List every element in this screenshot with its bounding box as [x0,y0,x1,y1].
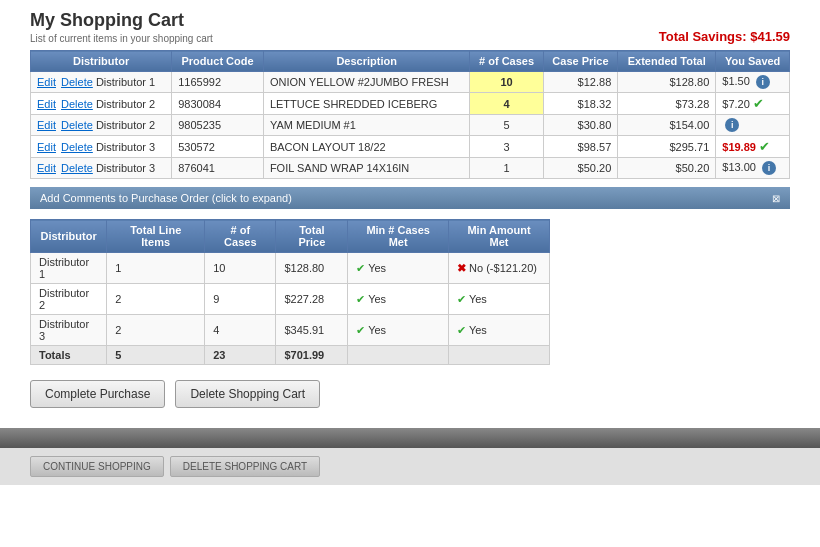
edit-link[interactable]: Edit [37,76,56,88]
summary-row: Distributor 229$227.28✔ Yes✔ Yes [31,284,550,315]
col-header-description: Description [263,51,470,72]
sum-min-cases-met: ✔ Yes [348,253,449,284]
info-icon[interactable]: i [756,75,770,89]
cart-row: Edit Delete Distributor 3876041FOIL SAND… [31,158,790,179]
extended-total: $50.20 [618,158,716,179]
sum-min-cases-met: ✔ Yes [348,315,449,346]
col-header-extended-total: Extended Total [618,51,716,72]
sum-cases: 10 [205,253,276,284]
num-cases: 4 [470,93,543,115]
delete-link[interactable]: Delete [61,119,93,131]
page-header: My Shopping Cart List of current items i… [30,10,790,44]
case-price: $30.80 [543,115,618,136]
you-saved: i [716,115,790,136]
product-code: 9805235 [172,115,264,136]
check-icon: ✔ [753,96,764,111]
product-code: 1165992 [172,72,264,93]
sum-col-cases: # of Cases [205,220,276,253]
info-icon[interactable]: i [762,161,776,175]
case-price: $12.88 [543,72,618,93]
delete-link[interactable]: Delete [61,141,93,153]
product-code: 530572 [172,136,264,158]
edit-link[interactable]: Edit [37,162,56,174]
description: YAM MEDIUM #1 [263,115,470,136]
sum-col-min-amount: Min Amount Met [449,220,550,253]
check-icon: ✔ [759,139,770,154]
check-icon: ✔ [356,262,365,274]
expand-icon: ⊠ [772,193,780,204]
x-icon: ✖ [457,262,466,274]
bottom-buttons: CONTINUE SHOPPING DELETE SHOPPING CART [0,448,820,485]
sum-min-amount-met: ✔ Yes [449,315,550,346]
distributor-name: Distributor 3 [96,162,155,174]
totals-cell: Totals [31,346,107,365]
description: ONION YELLOW #2JUMBO FRESH [263,72,470,93]
extended-total: $295.71 [618,136,716,158]
savings-amount: 41.59 [757,29,790,44]
sum-total-price: $128.80 [276,253,348,284]
bottom-bar [0,428,820,448]
action-buttons: Complete Purchase Delete Shopping Cart [30,380,790,408]
delete-link[interactable]: Delete [61,162,93,174]
sum-line-items: 2 [107,315,205,346]
you-saved: $19.89 ✔ [716,136,790,158]
col-header-cases: # of Cases [470,51,543,72]
delete-cart-button[interactable]: Delete Shopping Cart [175,380,320,408]
check-icon: ✔ [356,324,365,336]
case-price: $50.20 [543,158,618,179]
you-saved: $1.50 i [716,72,790,93]
sum-min-cases-met: ✔ Yes [348,284,449,315]
sum-col-line-items: Total Line Items [107,220,205,253]
comments-label: Add Comments to Purchase Order (click to… [40,192,292,204]
sum-distributor: Distributor 3 [31,315,107,346]
info-icon[interactable]: i [725,118,739,132]
comments-bar[interactable]: Add Comments to Purchase Order (click to… [30,187,790,209]
sum-distributor: Distributor 2 [31,284,107,315]
sum-total-price: $227.28 [276,284,348,315]
sum-cases: 9 [205,284,276,315]
sum-line-items: 2 [107,284,205,315]
sum-distributor: Distributor 1 [31,253,107,284]
sum-cases: 4 [205,315,276,346]
check-icon: ✔ [457,324,466,336]
totals-cell [449,346,550,365]
num-cases: 10 [470,72,543,93]
cart-row: Edit Delete Distributor 11165992ONION YE… [31,72,790,93]
extended-total: $154.00 [618,115,716,136]
summary-row: Distributor 324$345.91✔ Yes✔ Yes [31,315,550,346]
description: FOIL SAND WRAP 14X16IN [263,158,470,179]
edit-link[interactable]: Edit [37,98,56,110]
sum-line-items: 1 [107,253,205,284]
continue-shopping-button[interactable]: CONTINUE SHOPPING [30,456,164,477]
cart-row: Edit Delete Distributor 29830084LETTUCE … [31,93,790,115]
col-header-you-saved: You Saved [716,51,790,72]
num-cases: 3 [470,136,543,158]
totals-cell [348,346,449,365]
sum-total-price: $345.91 [276,315,348,346]
summary-totals-row: Totals523$701.99 [31,346,550,365]
sum-col-total-price: Total Price [276,220,348,253]
delete-link[interactable]: Delete [61,98,93,110]
num-cases: 1 [470,158,543,179]
sum-min-amount-met: ✔ Yes [449,284,550,315]
complete-purchase-button[interactable]: Complete Purchase [30,380,165,408]
edit-link[interactable]: Edit [37,119,56,131]
distributor-name: Distributor 2 [96,98,155,110]
delete-link[interactable]: Delete [61,76,93,88]
summary-row: Distributor 1110$128.80✔ Yes✖ No (-$121.… [31,253,550,284]
distributor-name: Distributor 1 [96,76,155,88]
edit-link[interactable]: Edit [37,141,56,153]
product-code: 9830084 [172,93,264,115]
extended-total: $128.80 [618,72,716,93]
description: BACON LAYOUT 18/22 [263,136,470,158]
sum-col-distributor: Distributor [31,220,107,253]
sum-col-min-cases: Min # Cases Met [348,220,449,253]
page-subtitle: List of current items in your shopping c… [30,33,213,44]
delete-shopping-cart-bottom-button[interactable]: DELETE SHOPPING CART [170,456,320,477]
summary-table: Distributor Total Line Items # of Cases … [30,219,550,365]
product-code: 876041 [172,158,264,179]
you-saved: $13.00 i [716,158,790,179]
col-header-distributor: Distributor [31,51,172,72]
total-savings: Total Savings: $41.59 [659,29,790,44]
totals-cell: 5 [107,346,205,365]
